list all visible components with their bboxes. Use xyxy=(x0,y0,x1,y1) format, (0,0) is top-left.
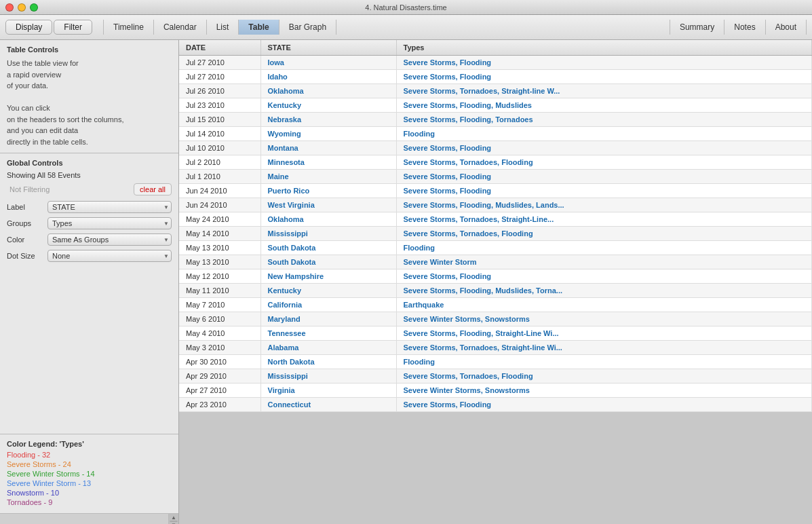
cell-date[interactable]: May 13 2010 xyxy=(179,255,260,269)
cell-date[interactable]: May 4 2010 xyxy=(179,326,260,341)
cell-state[interactable]: Alabama xyxy=(260,341,396,355)
maximize-button[interactable] xyxy=(30,3,38,12)
cell-date[interactable]: Jun 24 2010 xyxy=(179,184,260,198)
cell-types[interactable]: Severe Storms, Flooding, Mudslides, Land… xyxy=(396,198,812,212)
cell-types[interactable]: Severe Storms, Flooding xyxy=(396,170,812,184)
table-row[interactable]: Jul 27 2010IdahoSevere Storms, Flooding xyxy=(179,70,812,84)
tab-about[interactable]: About xyxy=(765,20,807,35)
table-row[interactable]: Jul 2 2010MinnesotaSevere Storms, Tornad… xyxy=(179,155,812,170)
table-row[interactable]: May 4 2010TennesseeSevere Storms, Floodi… xyxy=(179,326,812,341)
tab-summary[interactable]: Summary xyxy=(670,20,724,35)
table-row[interactable]: Jul 23 2010KentuckySevere Storms, Floodi… xyxy=(179,98,812,113)
cell-types[interactable]: Severe Storms, Flooding xyxy=(396,70,812,84)
cell-types[interactable]: Severe Storms, Flooding, Mudslides xyxy=(396,98,812,113)
dot-size-select[interactable]: None xyxy=(47,250,172,262)
tab-bar-graph[interactable]: Bar Graph xyxy=(279,20,336,35)
table-row[interactable]: Jul 27 2010IowaSevere Storms, Flooding xyxy=(179,56,812,70)
cell-types[interactable]: Severe Storms, Flooding xyxy=(396,56,812,70)
table-row[interactable]: Apr 23 2010ConnecticutSevere Storms, Flo… xyxy=(179,398,812,412)
cell-state[interactable]: Idaho xyxy=(260,70,396,84)
cell-state[interactable]: Maine xyxy=(260,170,396,184)
table-row[interactable]: Apr 27 2010VirginiaSevere Winter Storms,… xyxy=(179,383,812,398)
table-row[interactable]: May 11 2010KentuckySevere Storms, Floodi… xyxy=(179,284,812,298)
cell-state[interactable]: Connecticut xyxy=(260,398,396,412)
cell-date[interactable]: Apr 29 2010 xyxy=(179,369,260,383)
cell-types[interactable]: Severe Storms, Flooding, Mudslides, Torn… xyxy=(396,284,812,298)
cell-types[interactable]: Severe Storms, Tornadoes, Flooding xyxy=(396,155,812,170)
cell-date[interactable]: Jul 2 2010 xyxy=(179,155,260,170)
groups-select[interactable]: Types xyxy=(47,217,172,229)
color-select[interactable]: Same As Groups xyxy=(47,233,172,246)
cell-date[interactable]: Jul 23 2010 xyxy=(179,98,260,113)
tab-table[interactable]: Table xyxy=(239,20,279,35)
cell-types[interactable]: Severe Storms, Flooding xyxy=(396,269,812,284)
cell-types[interactable]: Severe Storms, Flooding xyxy=(396,141,812,155)
cell-state[interactable]: Mississippi xyxy=(260,227,396,241)
table-row[interactable]: May 12 2010New HampshireSevere Storms, F… xyxy=(179,269,812,284)
cell-types[interactable]: Severe Storms, Flooding xyxy=(396,398,812,412)
cell-date[interactable]: May 12 2010 xyxy=(179,269,260,284)
cell-state[interactable]: Kentucky xyxy=(260,98,396,113)
cell-types[interactable]: Severe Storms, Flooding xyxy=(396,184,812,198)
table-row[interactable]: Jul 1 2010MaineSevere Storms, Flooding xyxy=(179,170,812,184)
cell-types[interactable]: Severe Storms, Flooding, Straight-Line W… xyxy=(396,326,812,341)
cell-date[interactable]: Apr 30 2010 xyxy=(179,355,260,369)
cell-state[interactable]: Virginia xyxy=(260,383,396,398)
label-select[interactable]: STATE xyxy=(47,201,172,213)
cell-state[interactable]: Nebraska xyxy=(260,113,396,127)
cell-date[interactable]: May 3 2010 xyxy=(179,341,260,355)
cell-state[interactable]: Tennessee xyxy=(260,326,396,341)
cell-date[interactable]: Jul 1 2010 xyxy=(179,170,260,184)
table-row[interactable]: Apr 30 2010North DakotaFlooding xyxy=(179,355,812,369)
cell-state[interactable]: Oklahoma xyxy=(260,84,396,98)
cell-state[interactable]: Oklahoma xyxy=(260,212,396,227)
tab-calendar[interactable]: Calendar xyxy=(154,20,207,35)
cell-state[interactable]: Montana xyxy=(260,141,396,155)
table-row[interactable]: Jun 24 2010Puerto RicoSevere Storms, Flo… xyxy=(179,184,812,198)
filter-button[interactable]: Filter xyxy=(54,20,92,35)
cell-types[interactable]: Severe Winter Storms, Snowstorms xyxy=(396,312,812,326)
cell-types[interactable]: Severe Storms, Tornadoes, Flooding xyxy=(396,369,812,383)
cell-state[interactable]: South Dakota xyxy=(260,241,396,255)
header-date[interactable]: DATE xyxy=(179,40,260,56)
cell-date[interactable]: Jul 27 2010 xyxy=(179,70,260,84)
table-row[interactable]: May 3 2010AlabamaSevere Storms, Tornadoe… xyxy=(179,341,812,355)
tab-list[interactable]: List xyxy=(207,20,239,35)
cell-date[interactable]: May 6 2010 xyxy=(179,312,260,326)
table-scroll-wrapper[interactable]: DATE STATE Types Jul 27 2010IowaSevere S… xyxy=(179,40,812,524)
close-button[interactable] xyxy=(5,3,14,12)
clear-all-button[interactable]: clear all xyxy=(134,183,172,195)
cell-state[interactable]: Kentucky xyxy=(260,284,396,298)
cell-state[interactable]: New Hampshire xyxy=(260,269,396,284)
cell-state[interactable]: West Virginia xyxy=(260,198,396,212)
cell-types[interactable]: Severe Storms, Tornadoes, Straight-line … xyxy=(396,84,812,98)
cell-state[interactable]: Wyoming xyxy=(260,127,396,141)
cell-date[interactable]: May 11 2010 xyxy=(179,284,260,298)
table-row[interactable]: May 7 2010CaliforniaEarthquake xyxy=(179,298,812,312)
table-row[interactable]: May 13 2010South DakotaSevere Winter Sto… xyxy=(179,255,812,269)
table-row[interactable]: Jul 15 2010NebraskaSevere Storms, Floodi… xyxy=(179,113,812,127)
cell-types[interactable]: Flooding xyxy=(396,241,812,255)
header-state[interactable]: STATE xyxy=(260,40,396,56)
cell-state[interactable]: Minnesota xyxy=(260,155,396,170)
cell-date[interactable]: Apr 23 2010 xyxy=(179,398,260,412)
table-row[interactable]: May 24 2010OklahomaSevere Storms, Tornad… xyxy=(179,212,812,227)
cell-types[interactable]: Severe Winter Storms, Snowstorms xyxy=(396,383,812,398)
cell-date[interactable]: Jul 15 2010 xyxy=(179,113,260,127)
table-row[interactable]: May 13 2010South DakotaFlooding xyxy=(179,241,812,255)
cell-state[interactable]: Puerto Rico xyxy=(260,184,396,198)
cell-date[interactable]: Jul 10 2010 xyxy=(179,141,260,155)
table-row[interactable]: Apr 29 2010MississippiSevere Storms, Tor… xyxy=(179,369,812,383)
sidebar-scrollbar[interactable]: ▲ ▼ xyxy=(0,513,178,524)
cell-types[interactable]: Flooding xyxy=(396,355,812,369)
cell-date[interactable]: May 14 2010 xyxy=(179,227,260,241)
cell-types[interactable]: Flooding xyxy=(396,127,812,141)
table-row[interactable]: Jul 14 2010WyomingFlooding xyxy=(179,127,812,141)
table-row[interactable]: May 6 2010MarylandSevere Winter Storms, … xyxy=(179,312,812,326)
cell-types[interactable]: Severe Storms, Flooding, Tornadoes xyxy=(396,113,812,127)
scroll-up-arrow[interactable]: ▲ xyxy=(171,514,176,521)
cell-date[interactable]: Apr 27 2010 xyxy=(179,383,260,398)
cell-date[interactable]: Jul 26 2010 xyxy=(179,84,260,98)
cell-types[interactable]: Severe Winter Storm xyxy=(396,255,812,269)
cell-state[interactable]: North Dakota xyxy=(260,355,396,369)
